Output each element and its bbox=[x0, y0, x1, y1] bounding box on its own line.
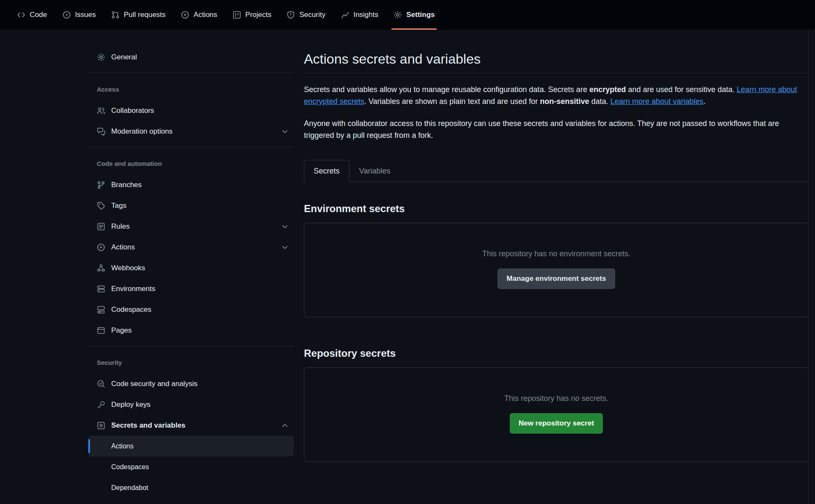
tab-insights-label: Insights bbox=[354, 11, 379, 19]
project-icon bbox=[233, 11, 241, 19]
sidebar-item-tags[interactable]: Tags bbox=[88, 195, 294, 216]
sidebar-item-deploy-keys[interactable]: Deploy keys bbox=[88, 394, 294, 415]
key-asterisk-icon bbox=[97, 421, 105, 430]
chevron-down-icon bbox=[281, 223, 289, 230]
sidebar-item-label: Environments bbox=[111, 285, 155, 293]
sidebar-subitem-actions[interactable]: Actions bbox=[88, 436, 294, 456]
environments-icon bbox=[97, 285, 105, 293]
tab-code-label: Code bbox=[30, 11, 47, 19]
main-content: Actions secrets and variables Secrets an… bbox=[304, 47, 809, 462]
sidebar-item-webhooks[interactable]: Webhooks bbox=[88, 258, 294, 278]
active-indicator bbox=[88, 439, 90, 453]
sidebar-item-code-security-and-analysis[interactable]: Code security and analysis bbox=[88, 373, 294, 394]
settings-page: General Access Collaborators Moderation … bbox=[0, 30, 815, 498]
issue-opened-icon bbox=[62, 11, 71, 19]
rules-icon bbox=[97, 222, 105, 231]
repository-secrets-empty-box: This repository has no secrets. New repo… bbox=[304, 367, 809, 462]
sidebar-item-label: Webhooks bbox=[111, 264, 145, 272]
repository-secrets-heading: Repository secrets bbox=[304, 347, 809, 360]
gear-icon bbox=[97, 53, 105, 62]
tab-issues[interactable]: Issues bbox=[56, 0, 102, 30]
chevron-up-icon bbox=[281, 422, 289, 429]
sidebar-item-actions[interactable]: Actions bbox=[88, 237, 294, 258]
sidebar-divider bbox=[88, 346, 294, 346]
sidebar-item-general[interactable]: General bbox=[88, 47, 294, 67]
browser-icon bbox=[97, 326, 105, 335]
sidebar-item-rules[interactable]: Rules bbox=[88, 216, 294, 237]
sidebar-subitem-label: Dependabot bbox=[111, 484, 148, 492]
tag-icon bbox=[97, 202, 105, 210]
tab-pull-requests[interactable]: Pull requests bbox=[105, 0, 172, 30]
intro-text: and are used for sensitive data. bbox=[626, 85, 736, 94]
sidebar-item-label: Deploy keys bbox=[111, 400, 151, 409]
tab-actions[interactable]: Actions bbox=[174, 0, 224, 30]
sidebar-section-security: Security bbox=[88, 351, 294, 373]
intro-paragraph-1: Secrets and variables allow you to manag… bbox=[304, 84, 809, 107]
people-icon bbox=[97, 106, 105, 115]
sidebar-item-environments[interactable]: Environments bbox=[88, 278, 294, 299]
graph-icon bbox=[341, 11, 349, 19]
play-icon bbox=[97, 243, 105, 252]
sidebar-item-label: Moderation options bbox=[111, 127, 173, 136]
page-title: Actions secrets and variables bbox=[304, 51, 809, 73]
sidebar-item-label: Tags bbox=[111, 202, 126, 210]
manage-environment-secrets-button[interactable]: Manage environment secrets bbox=[497, 269, 615, 289]
intro-bold-encrypted: encrypted bbox=[589, 85, 626, 94]
intro-bold-non-sensitive: non-sensitive bbox=[540, 97, 589, 106]
sidebar-item-pages[interactable]: Pages bbox=[88, 320, 294, 341]
link-learn-more-variables[interactable]: Learn more about variables bbox=[610, 97, 703, 106]
sidebar-item-label: Rules bbox=[111, 222, 129, 231]
sidebar-item-collaborators[interactable]: Collaborators bbox=[88, 100, 294, 121]
sidebar-item-moderation-options[interactable]: Moderation options bbox=[88, 121, 294, 142]
intro-text: Secrets and variables allow you to manag… bbox=[304, 85, 589, 94]
code-icon bbox=[17, 11, 25, 19]
intro-text: . bbox=[703, 97, 705, 106]
sidebar-item-label: Secrets and variables bbox=[111, 421, 185, 430]
tab-projects-label: Projects bbox=[245, 11, 271, 19]
sidebar-subitem-codespaces[interactable]: Codespaces bbox=[88, 456, 294, 477]
webhook-icon bbox=[97, 264, 105, 272]
sidebar-item-label: Actions bbox=[111, 243, 135, 252]
play-icon bbox=[181, 11, 189, 19]
intro-paragraph-2: Anyone with collaborator access to this … bbox=[304, 118, 809, 141]
sidebar-subitem-dependabot[interactable]: Dependabot bbox=[88, 477, 294, 498]
environment-secrets-empty-message: This repository has no environment secre… bbox=[313, 249, 800, 258]
tab-variables[interactable]: Variables bbox=[349, 160, 400, 182]
sidebar-item-label: Collaborators bbox=[111, 106, 154, 115]
sidebar-item-label: Code security and analysis bbox=[111, 380, 197, 388]
sidebar-item-branches[interactable]: Branches bbox=[88, 174, 294, 195]
tab-code[interactable]: Code bbox=[11, 0, 53, 30]
sidebar-subitem-label: Codespaces bbox=[111, 463, 149, 471]
tab-projects[interactable]: Projects bbox=[226, 0, 278, 30]
sidebar-item-label: Codespaces bbox=[111, 305, 152, 314]
git-pull-request-icon bbox=[111, 11, 120, 19]
environment-secrets-heading: Environment secrets bbox=[304, 202, 809, 215]
tab-secrets[interactable]: Secrets bbox=[304, 160, 349, 182]
shield-icon bbox=[287, 11, 295, 19]
sidebar-divider bbox=[88, 73, 294, 73]
new-repository-secret-button[interactable]: New repository secret bbox=[510, 413, 603, 434]
tab-issues-label: Issues bbox=[75, 11, 96, 19]
chevron-down-icon bbox=[281, 128, 289, 135]
tab-security-label: Security bbox=[299, 11, 325, 19]
sidebar-item-label: Branches bbox=[111, 181, 142, 189]
git-branch-icon bbox=[97, 181, 105, 189]
scrollbar-track-edge bbox=[808, 30, 809, 504]
tab-settings[interactable]: Settings bbox=[387, 0, 441, 30]
sidebar-item-codespaces[interactable]: Codespaces bbox=[88, 299, 294, 320]
chevron-down-icon bbox=[281, 244, 289, 251]
intro-text: data. bbox=[589, 97, 610, 106]
secrets-variables-tabnav: Secrets Variables bbox=[304, 160, 809, 182]
tab-actions-label: Actions bbox=[194, 11, 217, 19]
settings-sidebar: General Access Collaborators Moderation … bbox=[88, 47, 294, 498]
sidebar-section-code-and-automation: Code and automation bbox=[88, 152, 294, 174]
tab-security[interactable]: Security bbox=[280, 0, 332, 30]
repository-secrets-empty-message: This repository has no secrets. bbox=[313, 394, 800, 403]
gear-icon bbox=[393, 11, 402, 19]
repo-tab-bar: Code Issues Pull requests Actions Projec… bbox=[0, 0, 815, 30]
codespaces-icon bbox=[97, 305, 105, 314]
sidebar-item-secrets-and-variables[interactable]: Secrets and variables bbox=[88, 415, 294, 436]
sidebar-divider bbox=[88, 147, 294, 147]
tab-insights[interactable]: Insights bbox=[334, 0, 385, 30]
codescan-icon bbox=[97, 380, 105, 388]
